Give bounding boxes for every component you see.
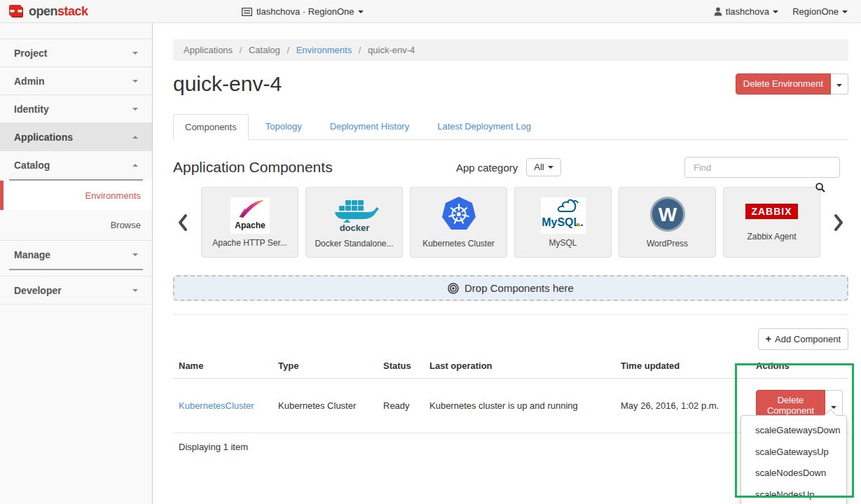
component-time-updated-cell: May 26, 2016, 1:02 p.m. (615, 378, 750, 433)
tab-latest-deployment-log[interactable]: Latest Deployment Log (426, 114, 542, 140)
components-table: Name Type Status Last operation Time upd… (173, 355, 848, 433)
menu-item-scale-gateways-down[interactable]: scaleGatewaysDown (741, 420, 846, 442)
delete-environment-button-group: Delete Environment (736, 74, 848, 94)
docker-logo: docker (329, 196, 380, 234)
domain-icon (242, 8, 252, 16)
mysql-logo: MySQL. (541, 197, 586, 234)
component-tile-apache[interactable]: Apache Apache HTTP Ser... (201, 187, 298, 258)
tile-label: WordPress (647, 239, 688, 248)
tile-label: Zabbix Agent (747, 232, 796, 241)
chevron-down-icon (358, 10, 364, 13)
zabbix-logo: ZABBIX (745, 204, 797, 219)
tab-deployment-history[interactable]: Deployment History (319, 114, 420, 140)
menu-item-scale-nodes-up[interactable]: scaleNodesUp (741, 484, 846, 504)
sidebar-item-label: Manage (14, 249, 50, 260)
apache-logo: Apache (230, 197, 270, 234)
sidebar-item-label: Developer (14, 285, 62, 296)
chevron-down-icon (548, 166, 553, 169)
column-header-last-operation: Last operation (424, 355, 615, 379)
component-tile-docker[interactable]: docker Docker Standalone... (305, 187, 403, 258)
chevron-down-icon (132, 52, 138, 55)
sidebar-item-label: Identity (14, 104, 49, 115)
sidebar-item-label: Applications (14, 132, 73, 143)
table-header-row: Name Type Status Last operation Time upd… (173, 355, 848, 379)
sidebar-collapsed-stub (0, 23, 152, 39)
svg-text:docker: docker (339, 223, 369, 232)
carousel-next-button[interactable] (829, 214, 848, 232)
sidebar-item-identity[interactable]: Identity (0, 95, 152, 123)
plus-icon: + (766, 333, 771, 345)
breadcrumb-item-catalog: Catalog (249, 45, 280, 55)
context-label: tlashchova · RegionOne (256, 6, 354, 17)
wordpress-logo: W (649, 196, 686, 234)
sidebar-item-admin[interactable]: Admin (0, 67, 152, 95)
breadcrumb-item-current: quick-env-4 (368, 45, 415, 55)
find-input[interactable] (684, 157, 840, 178)
chevron-down-icon (132, 108, 138, 111)
delete-environment-dropdown-toggle[interactable] (831, 74, 848, 94)
tab-components[interactable]: Components (173, 114, 249, 140)
project-context-switcher[interactable]: tlashchova · RegionOne (242, 0, 364, 23)
chevron-down-icon (836, 84, 842, 87)
sidebar-item-applications[interactable]: Applications (0, 123, 152, 151)
target-icon (448, 283, 459, 294)
component-tile-mysql[interactable]: MySQL. MySQL (514, 187, 612, 258)
drop-components-zone[interactable]: Drop Components here (173, 275, 848, 301)
category-filter-value: All (534, 162, 544, 173)
chevron-right-icon (834, 214, 843, 232)
kubernetes-logo (441, 196, 477, 234)
tab-topology[interactable]: Topology (254, 114, 313, 140)
sidebar-item-browse[interactable]: Browse (0, 210, 152, 241)
openstack-logo[interactable]: openstack (8, 4, 88, 19)
sidebar-item-label: Browse (111, 220, 141, 230)
app-category-label: App category (456, 162, 518, 174)
brand-text: openstack (29, 4, 88, 19)
tab-bar: Components Topology Deployment History L… (173, 114, 848, 140)
sidebar-item-catalog[interactable]: Catalog (0, 151, 152, 179)
chevron-down-icon (842, 10, 848, 13)
component-tile-wordpress[interactable]: W WordPress (619, 187, 716, 258)
panel-heading: Application Components (173, 159, 333, 176)
svg-text:Apache: Apache (235, 220, 266, 230)
chevron-up-icon (132, 136, 138, 139)
sidebar-item-manage[interactable]: Manage (0, 241, 152, 269)
chevron-down-icon (132, 80, 138, 83)
sidebar-item-label: Admin (14, 76, 45, 87)
column-header-type: Type (273, 355, 378, 379)
column-header-status: Status (378, 355, 424, 379)
table-row: KubernetesCluster Kubernetes Cluster Rea… (173, 378, 848, 433)
tile-label: MySQL (549, 238, 577, 248)
category-filter-dropdown[interactable]: All (526, 158, 560, 176)
sidebar-item-label: Project (14, 48, 47, 59)
user-label: tlashchova (726, 6, 769, 17)
topbar: openstack tlashchova · RegionOne tlashch… (0, 0, 861, 23)
component-status-cell: Ready (378, 378, 424, 433)
sidebar-item-label: Catalog (14, 160, 50, 171)
user-menu[interactable]: tlashchova (714, 0, 778, 23)
add-component-button[interactable]: + Add Component (758, 328, 848, 350)
breadcrumb-item-applications: Applications (184, 45, 233, 55)
chevron-down-icon (773, 10, 778, 13)
add-component-label: Add Component (775, 334, 841, 345)
tile-label: Apache HTTP Ser... (212, 238, 287, 248)
column-header-time-updated: Time updated (615, 355, 750, 379)
breadcrumb: Applications / Catalog / Environments / … (173, 39, 848, 61)
breadcrumb-link-environments[interactable]: Environments (296, 45, 352, 55)
component-tile-kubernetes[interactable]: Kubernetes Cluster (410, 187, 507, 258)
sidebar-item-label: Environments (85, 190, 141, 201)
sidebar-spacer (0, 270, 152, 276)
sidebar-item-project[interactable]: Project (0, 39, 152, 67)
component-tile-zabbix[interactable]: ZABBIX Zabbix Agent (723, 187, 820, 258)
sidebar-item-environments[interactable]: Environments (0, 181, 152, 210)
search-icon[interactable] (815, 183, 825, 192)
region-menu[interactable]: RegionOne (792, 0, 848, 23)
sidebar-item-developer[interactable]: Developer (0, 276, 152, 304)
delete-environment-button[interactable]: Delete Environment (736, 74, 831, 94)
carousel-prev-button[interactable] (173, 214, 193, 232)
chevron-left-icon (178, 214, 188, 232)
component-name-link[interactable]: KubernetesCluster (179, 400, 254, 411)
component-last-operation-cell: Kubernetes cluster is up and running (424, 378, 615, 433)
menu-item-scale-nodes-down[interactable]: scaleNodesDown (741, 463, 846, 484)
menu-item-scale-gateways-up[interactable]: scaleGatewaysUp (741, 442, 846, 463)
tile-label: Docker Standalone... (315, 239, 393, 248)
